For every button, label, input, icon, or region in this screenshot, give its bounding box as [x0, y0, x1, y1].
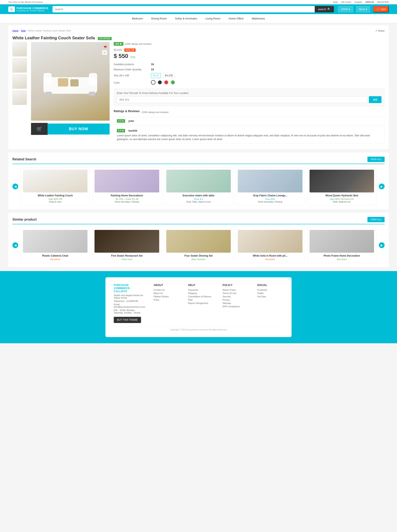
size-btn-1[interactable]: 6 x 2	[151, 73, 161, 78]
sign-in-link[interactable]: SIGN IN	[365, 1, 374, 3]
footer-help-title: HELP	[188, 284, 214, 287]
svg-rect-6	[70, 79, 79, 87]
similar-product-3: Four Seater Dinning Set Most Popular!	[164, 228, 233, 263]
similar-view-all-button[interactable]: VIEW ALL	[367, 217, 385, 222]
svg-rect-4	[89, 92, 95, 96]
color-black[interactable]	[158, 80, 162, 85]
pincode-input[interactable]	[117, 96, 367, 103]
related-view-all-button[interactable]: VIEW ALL	[367, 157, 385, 162]
similar-products-section: Similar product VIEW ALL ◀ Plastic Cafet…	[8, 213, 389, 267]
color-white[interactable]	[151, 80, 155, 85]
on-offer-badge: ON OFFER	[98, 37, 112, 40]
reviews-title: Ratings & Reviews	[114, 109, 140, 113]
related-product-4-img	[238, 170, 302, 192]
gift-cards-link[interactable]: Gift Cards	[341, 1, 351, 3]
nav-sofas[interactable]: Sofas & Armchairs	[175, 17, 197, 20]
discount-badge: 50% Off	[124, 48, 136, 52]
similar-next-button[interactable]: ▶	[379, 242, 385, 248]
breadcrumb-sofa[interactable]: Sofa	[21, 29, 26, 32]
navigation: Bedroom Dining Room Sofas & Armchairs Li…	[0, 14, 397, 23]
thumbnail-4[interactable]	[12, 90, 27, 105]
breadcrumb: Home › Sofa › White Leather Fainting Cou…	[12, 29, 71, 32]
thumb-img-1	[12, 42, 27, 56]
cart-icon: 🛒	[376, 8, 379, 11]
related-product-5-discount: Upto 80% Off+Extra 5%	[310, 198, 374, 200]
footer-return-policy[interactable]: Return Policy	[223, 289, 249, 291]
similar-prev-button[interactable]: ◀	[12, 242, 18, 248]
nav-living-room[interactable]: Living Room	[205, 17, 220, 20]
thumbnail-1[interactable]	[12, 42, 27, 57]
related-product-1: White Leather Fainting Couch Upto 80% Of…	[21, 167, 90, 205]
footer-copyright: Copyright © 2019 by purchase commerce Al…	[170, 329, 227, 331]
max-order-value: 10	[151, 68, 154, 71]
related-product-1-img	[23, 170, 87, 192]
header-right: JOHN ▾ More ▾ 🛒 Cart	[338, 6, 389, 13]
similar-product-4-img	[238, 230, 302, 253]
share-button[interactable]: ↗ Share	[375, 29, 385, 32]
color-green[interactable]	[171, 80, 175, 85]
footer-terms[interactable]: Terms Of Use	[223, 292, 249, 294]
similar-product-2-name: Five Seater Restaurant Set	[94, 254, 159, 257]
nav-mattresses[interactable]: Mattresses	[252, 17, 265, 20]
footer-cancellation[interactable]: Cancellation & Returns	[188, 295, 214, 298]
buy-theme-button[interactable]: BUY THIS THEME	[114, 317, 141, 323]
thumbnail-2[interactable]	[12, 58, 27, 73]
zoom-icon[interactable]: ↔	[102, 50, 107, 55]
product-title-row: White Leather Fainting Couch Seater Sofa…	[12, 36, 385, 40]
related-product-5-img	[310, 170, 374, 192]
thumbnail-3[interactable]	[12, 74, 27, 89]
similar-product-4-name: White Sofa in Room with pil...	[238, 254, 302, 257]
footer-youtube[interactable]: YouTube	[257, 295, 283, 298]
cart-button[interactable]: 🛒 Cart	[373, 6, 389, 13]
language-link[interactable]: English	[355, 1, 362, 3]
nav-bedroom[interactable]: Bedroom	[132, 17, 143, 20]
footer-report[interactable]: Report Infringement	[188, 302, 214, 304]
go-button[interactable]: GO	[369, 96, 381, 103]
footer-col-policy: POLICY Return Policy Terms Of Use Securi…	[223, 284, 249, 323]
footer-bottom: Copyright © 2019 by purchase commerce Al…	[114, 326, 283, 331]
footer-epr[interactable]: EPR Compliance	[223, 305, 249, 308]
breadcrumb-home[interactable]: Home	[12, 29, 19, 32]
user-button[interactable]: JOHN ▾	[338, 6, 353, 12]
top-bar-right: Help Gift Cards English SIGN IN REGISTER	[333, 1, 389, 3]
footer-payments[interactable]: Payments	[188, 289, 214, 291]
color-red[interactable]	[164, 80, 168, 85]
buy-now-button[interactable]: BUY NOW	[48, 124, 110, 134]
footer-faq[interactable]: FAQ	[188, 299, 214, 301]
footer-about-us[interactable]: About Us	[153, 292, 180, 294]
heart-icon[interactable]: ❤	[104, 44, 107, 50]
related-products-row: ◀ White Leather Fainting Couch Upto 80% …	[12, 167, 385, 205]
related-next-button[interactable]: ▶	[379, 184, 385, 189]
footer-privacy[interactable]: Privacy	[223, 299, 249, 301]
footer-shipping[interactable]: Shipping	[188, 292, 214, 294]
svg-rect-2	[89, 73, 97, 85]
search-button[interactable]: search 🔍	[315, 6, 334, 13]
share-label: Share	[378, 29, 385, 32]
footer-press[interactable]: Press	[153, 299, 180, 301]
max-order-row: Maximum Order Quantity 10	[114, 68, 385, 71]
add-to-cart-button[interactable]: 🛒	[31, 123, 48, 135]
size-btn-2[interactable]: 8 x 2.5	[163, 73, 175, 78]
nav-home-office[interactable]: Home Office	[229, 17, 244, 20]
similar-product-5-tag: Buy Now!	[310, 258, 374, 260]
svg-rect-1	[43, 73, 52, 85]
footer-contact-us[interactable]: Contact Us	[153, 289, 180, 291]
sofa-svg	[41, 65, 99, 98]
search-input[interactable]	[53, 6, 315, 13]
footer-col-help: HELP Payments Shipping Cancellation & Re…	[188, 284, 214, 323]
footer-brand: PURCHASE COMMERCE - CALLISTO	[114, 284, 145, 293]
thumbnails	[12, 42, 27, 145]
footer-facebook[interactable]: Facebook	[257, 289, 283, 291]
help-link[interactable]: Help	[333, 1, 338, 3]
related-prev-button[interactable]: ◀	[12, 184, 18, 189]
footer-twitter[interactable]: Twitter	[257, 292, 283, 294]
register-link[interactable]: REGISTER	[377, 1, 389, 3]
footer-flipkart-stories[interactable]: Flipkart Stories	[153, 295, 180, 298]
review-2-text: Lorem ipsum dolor sit amet, consetetur s…	[117, 134, 381, 141]
nav-dining-room[interactable]: Dining Room	[151, 17, 167, 20]
related-product-3: Executive chairs with table From $ 3 Cha…	[164, 167, 233, 205]
footer-security[interactable]: Security	[223, 295, 249, 298]
footer-sitemap[interactable]: Sitemap	[223, 302, 249, 304]
more-button[interactable]: More ▾	[356, 6, 370, 12]
logo-icon: 🛒	[8, 6, 15, 12]
